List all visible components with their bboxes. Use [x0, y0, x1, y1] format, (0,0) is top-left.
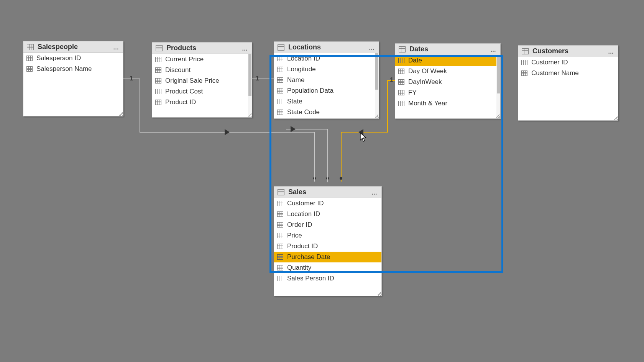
table-icon: [278, 189, 284, 195]
table-title: Salespeople: [38, 43, 123, 51]
field-icon: [398, 90, 404, 95]
field-label: Customer ID: [287, 200, 324, 207]
model-diagram-canvas[interactable]: { "tables":{ "salespeople":{ "title":"Sa…: [0, 0, 644, 362]
table-header[interactable]: Salespeople …: [23, 41, 123, 53]
resize-grip[interactable]: [248, 113, 252, 117]
field-row[interactable]: Product ID: [274, 241, 381, 252]
relationship-line: [327, 171, 328, 182]
field-row[interactable]: Order ID: [274, 219, 381, 230]
field-icon: [277, 201, 283, 206]
more-icon[interactable]: …: [608, 48, 615, 55]
more-icon[interactable]: …: [369, 44, 376, 51]
field-row[interactable]: Customer ID: [274, 198, 381, 209]
field-row[interactable]: Customer Name: [518, 68, 618, 79]
table-header[interactable]: Products …: [152, 43, 252, 54]
field-label: Order ID: [287, 221, 312, 229]
cardinality-one: 1: [130, 75, 133, 82]
more-icon[interactable]: …: [490, 46, 497, 53]
arrow-left-icon: [358, 129, 363, 135]
field-label: Customer ID: [531, 59, 568, 66]
field-row[interactable]: DayInWeek: [395, 77, 500, 87]
field-row[interactable]: Day Of Week: [395, 66, 500, 77]
table-header[interactable]: Customers …: [518, 46, 618, 57]
field-label: Sales Person ID: [287, 275, 334, 282]
field-icon: [277, 56, 283, 61]
table-dates[interactable]: Dates … Date Day Of Week DayInWeek FY Mo…: [395, 43, 501, 119]
cardinality-one: 1: [390, 76, 393, 84]
field-label: Month & Year: [408, 100, 447, 107]
field-icon: [277, 265, 283, 270]
field-icon: [155, 67, 161, 73]
field-icon: [277, 88, 283, 93]
resize-grip[interactable]: [119, 112, 123, 116]
resize-grip[interactable]: [378, 292, 381, 296]
field-icon: [398, 79, 404, 85]
field-icon: [398, 69, 404, 74]
field-row-highlighted[interactable]: Purchase Date: [274, 252, 381, 262]
table-header[interactable]: Sales …: [274, 187, 381, 198]
field-row[interactable]: State: [274, 96, 379, 107]
table-customers[interactable]: Customers … Customer ID Customer Name: [518, 45, 618, 121]
more-icon[interactable]: …: [242, 45, 249, 52]
relationship-line-active[interactable]: [387, 81, 388, 133]
field-row[interactable]: State Code: [274, 107, 379, 118]
relationship-line-active[interactable]: [341, 132, 388, 133]
resize-grip[interactable]: [614, 116, 618, 120]
field-icon: [26, 56, 33, 61]
field-row[interactable]: Product Cost: [152, 86, 252, 97]
scrollbar-thumb[interactable]: [375, 53, 378, 90]
table-salespeople[interactable]: Salespeople … Salesperson ID Salesperson…: [23, 41, 123, 116]
field-row[interactable]: Month & Year: [395, 98, 500, 109]
field-row[interactable]: Price: [274, 230, 381, 241]
table-icon: [156, 45, 163, 51]
field-row[interactable]: Longitude: [274, 64, 379, 75]
field-row[interactable]: Name: [274, 75, 379, 85]
more-icon[interactable]: …: [113, 44, 120, 51]
field-row[interactable]: Salesperson ID: [23, 53, 123, 64]
scrollbar-thumb[interactable]: [248, 54, 251, 96]
relationship-line[interactable]: [140, 79, 140, 133]
field-label: Population Data: [287, 87, 334, 95]
field-row[interactable]: Original Sale Price: [152, 75, 252, 86]
relationship-line[interactable]: [251, 79, 274, 79]
field-row-highlighted[interactable]: Date: [395, 55, 500, 66]
table-body: Current Price Discount Original Sale Pri…: [152, 54, 252, 117]
field-icon: [277, 110, 283, 115]
field-row[interactable]: Product ID: [152, 97, 252, 108]
field-row[interactable]: Current Price: [152, 54, 252, 65]
field-icon: [155, 89, 161, 94]
field-row[interactable]: Quantity: [274, 262, 381, 273]
field-icon: [277, 244, 283, 249]
resize-grip[interactable]: [496, 115, 500, 118]
cardinality-one: 1: [256, 75, 259, 82]
field-row[interactable]: Location ID: [274, 53, 379, 64]
field-icon: [277, 276, 283, 281]
field-row[interactable]: Sales Person ID: [274, 273, 381, 284]
table-header[interactable]: Locations …: [274, 42, 379, 53]
field-icon: [277, 254, 283, 260]
field-row[interactable]: Customer ID: [518, 57, 618, 68]
relationship-line-active[interactable]: [341, 132, 342, 182]
table-header[interactable]: Dates …: [395, 44, 500, 55]
resize-grip[interactable]: [375, 115, 379, 118]
table-sales[interactable]: Sales … Customer ID Location ID Order ID…: [274, 186, 382, 296]
field-label: Date: [408, 57, 422, 64]
table-products[interactable]: Products … Current Price Discount Origin…: [152, 42, 252, 118]
field-row[interactable]: Salesperson Name: [23, 64, 123, 74]
table-icon: [278, 44, 284, 51]
field-label: Quantity: [287, 264, 311, 272]
field-row[interactable]: Discount: [152, 65, 252, 75]
field-label: Longitude: [287, 66, 316, 73]
table-locations[interactable]: Locations … Location ID Longitude Name P…: [274, 41, 379, 119]
field-icon: [521, 70, 527, 76]
more-icon[interactable]: …: [371, 189, 378, 196]
table-title: Customers: [532, 47, 618, 55]
table-body: Customer ID Customer Name: [518, 57, 618, 120]
field-icon: [277, 211, 283, 217]
field-icon: [155, 57, 161, 62]
field-row[interactable]: Location ID: [274, 209, 381, 219]
field-row[interactable]: Population Data: [274, 85, 379, 96]
field-row[interactable]: FY: [395, 87, 500, 98]
scrollbar-thumb[interactable]: [497, 55, 500, 93]
field-icon: [277, 222, 283, 228]
